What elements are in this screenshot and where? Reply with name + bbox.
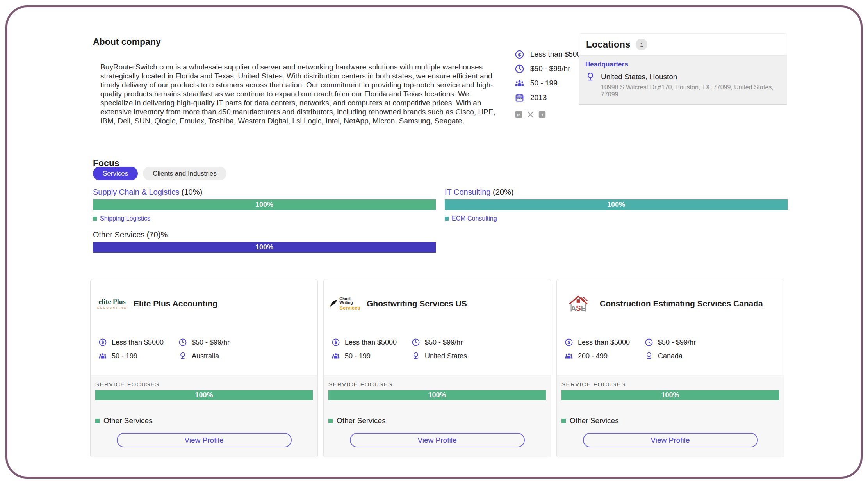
stat-budget-label: Less than $5000 bbox=[530, 50, 585, 59]
company-card-ghostwriting: Ghost Writing Services Ghostwriting Serv… bbox=[323, 279, 551, 457]
stat-budget: $ Less than $5000 bbox=[515, 50, 585, 59]
legend-label: Other Services bbox=[570, 416, 619, 425]
view-profile-button[interactable]: View Profile bbox=[350, 433, 525, 447]
team-icon bbox=[565, 352, 573, 360]
svg-text:ASE: ASE bbox=[571, 304, 586, 312]
location-pin-icon bbox=[412, 352, 420, 360]
calendar-icon bbox=[515, 93, 524, 103]
company-name-link[interactable]: Construction Estimating Services Canada bbox=[600, 299, 763, 308]
dollar-circle-icon: $ bbox=[515, 50, 524, 59]
service-focuses-header: SERVICE FOCUSES bbox=[95, 381, 313, 388]
ecm-consulting-link[interactable]: ECM Consulting bbox=[452, 215, 497, 222]
other-services-bar: 100% bbox=[93, 242, 436, 253]
svg-text:$: $ bbox=[101, 340, 104, 345]
shipping-logistics-link[interactable]: Shipping Logistics bbox=[100, 215, 150, 222]
dollar-circle-icon: $ bbox=[98, 338, 107, 347]
stat-rate-label: $50 - $99/hr bbox=[530, 64, 570, 73]
related-companies-row: elite Plus ACCOUNTING Elite Plus Account… bbox=[90, 279, 784, 457]
service-focuses-header: SERVICE FOCUSES bbox=[328, 381, 546, 388]
elite-plus-logo: elite Plus ACCOUNTING bbox=[98, 294, 126, 313]
ase-house-logo: ASE bbox=[565, 294, 592, 313]
headquarters-entry: Headquarters United States, Houston 1099… bbox=[579, 56, 787, 104]
service-focus-bar: 100% bbox=[95, 390, 313, 400]
headquarters-city: United States, Houston bbox=[601, 73, 677, 81]
linkedin-icon[interactable]: in bbox=[515, 110, 523, 119]
stat-employees-label: 50 - 199 bbox=[530, 79, 558, 87]
legend-label: Other Services bbox=[103, 416, 153, 425]
tab-clients-and-industries[interactable]: Clients and Industries bbox=[143, 167, 226, 180]
clock-icon bbox=[178, 338, 187, 347]
view-profile-button[interactable]: View Profile bbox=[583, 433, 758, 447]
card-stat-employees: 50 - 199 bbox=[332, 352, 412, 360]
company-card-elite-plus: elite Plus ACCOUNTING Elite Plus Account… bbox=[90, 279, 318, 457]
clock-icon bbox=[645, 338, 653, 347]
service-focuses-section: SERVICE FOCUSES 100% Other Services View… bbox=[91, 375, 317, 457]
stat-employees: 50 - 199 bbox=[515, 78, 585, 88]
it-consulting-bar: 100% bbox=[445, 199, 788, 210]
x-icon[interactable] bbox=[526, 110, 535, 119]
location-pin-icon bbox=[645, 352, 653, 360]
headquarters-label: Headquarters bbox=[585, 60, 781, 68]
card-stat-location: United States bbox=[412, 352, 543, 360]
legend-swatch bbox=[328, 419, 333, 423]
stat-founded-label: 2013 bbox=[530, 93, 547, 102]
ghostwriting-logo: Ghost Writing Services bbox=[332, 294, 359, 313]
view-profile-button[interactable]: View Profile bbox=[117, 433, 292, 447]
locations-title: Locations bbox=[586, 39, 630, 50]
supply-chain-bar: 100% bbox=[93, 199, 436, 210]
location-pin-icon bbox=[178, 352, 187, 360]
about-company-description: BuyRouterSwitch.com is a wholesale suppl… bbox=[100, 62, 503, 125]
other-services-label: Other Services (70)% bbox=[93, 230, 436, 239]
clock-icon bbox=[412, 338, 420, 347]
service-focus-bar: 100% bbox=[561, 390, 779, 400]
team-icon bbox=[332, 352, 340, 360]
focus-section-it-consulting: IT Consulting (20%) 100% ECM Consulting bbox=[445, 188, 788, 222]
quill-icon bbox=[329, 299, 337, 309]
service-focuses-section: SERVICE FOCUSES 100% Other Services View… bbox=[557, 375, 784, 457]
card-stat-budget: $ Less than $5000 bbox=[565, 338, 645, 347]
facebook-icon[interactable]: f bbox=[538, 110, 546, 119]
headquarters-address: 10998 S Wilcrest Dr,#170, Houston, TX, 7… bbox=[601, 84, 781, 98]
legend-swatch bbox=[93, 217, 97, 221]
about-company-title: About company bbox=[93, 37, 161, 47]
focus-section-supply-chain: Supply Chain & Logistics (10%) 100% Ship… bbox=[93, 188, 436, 222]
card-stat-employees: 200 - 499 bbox=[565, 352, 645, 360]
svg-text:f: f bbox=[542, 112, 543, 117]
card-stat-location: Canada bbox=[645, 352, 776, 360]
svg-text:$: $ bbox=[518, 52, 521, 57]
legend-swatch bbox=[561, 419, 566, 423]
dollar-circle-icon: $ bbox=[565, 338, 573, 347]
it-consulting-share: (20%) bbox=[493, 188, 513, 196]
locations-header: Locations 1 bbox=[579, 34, 787, 56]
card-stat-rate: $50 - $99/hr bbox=[178, 338, 310, 347]
it-consulting-link[interactable]: IT Consulting bbox=[445, 188, 490, 196]
service-focus-bar: 100% bbox=[328, 390, 546, 400]
svg-text:$: $ bbox=[334, 340, 337, 345]
legend-swatch bbox=[95, 419, 100, 423]
card-stat-rate: $50 - $99/hr bbox=[412, 338, 543, 347]
clock-icon bbox=[515, 64, 524, 74]
supply-chain-share: (10%) bbox=[182, 188, 202, 196]
tab-services[interactable]: Services bbox=[93, 167, 138, 180]
company-name-link[interactable]: Ghostwriting Services US bbox=[367, 299, 467, 308]
service-focuses-header: SERVICE FOCUSES bbox=[561, 381, 779, 388]
service-focuses-section: SERVICE FOCUSES 100% Other Services View… bbox=[324, 375, 551, 457]
card-stat-location: Australia bbox=[178, 352, 310, 360]
supply-chain-link[interactable]: Supply Chain & Logistics bbox=[93, 188, 179, 196]
card-stat-budget: $ Less than $5000 bbox=[98, 338, 178, 347]
locations-count-badge: 1 bbox=[636, 39, 647, 50]
focus-tabs: Services Clients and Industries bbox=[93, 167, 226, 180]
card-stat-budget: $ Less than $5000 bbox=[332, 338, 412, 347]
focus-section-other-services: Other Services (70)% 100% bbox=[93, 230, 436, 253]
stat-rate: $50 - $99/hr bbox=[515, 64, 585, 73]
dollar-circle-icon: $ bbox=[332, 338, 340, 347]
svg-text:$: $ bbox=[567, 340, 570, 345]
company-quick-stats: $ Less than $5000 $50 - $99/hr 50 - 199 … bbox=[515, 50, 585, 107]
company-name-link[interactable]: Elite Plus Accounting bbox=[134, 299, 217, 308]
card-stat-employees: 50 - 199 bbox=[98, 352, 178, 360]
location-pin-icon bbox=[585, 72, 595, 82]
team-icon bbox=[98, 352, 107, 360]
social-links: in f bbox=[515, 110, 546, 119]
legend-label: Other Services bbox=[337, 416, 386, 425]
card-stat-rate: $50 - $99/hr bbox=[645, 338, 776, 347]
